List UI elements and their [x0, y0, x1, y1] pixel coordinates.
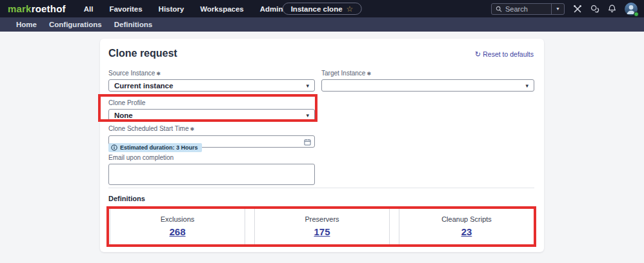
preservers-card: Preservers 175 [254, 208, 390, 245]
nav-item-all[interactable]: All [84, 5, 94, 13]
top-bar: markroethof All Favorites History Worksp… [0, 0, 644, 17]
info-icon [111, 144, 117, 151]
subnav-item-definitions[interactable]: Definitions [114, 21, 152, 28]
nav-item-history[interactable]: History [159, 5, 185, 13]
nav-item-admin[interactable]: Admin [260, 5, 283, 13]
caret-down-icon: ▾ [306, 83, 309, 89]
exclusions-card: Exclusions 268 [110, 208, 245, 245]
email-field: Email upon completion [108, 154, 315, 188]
start-time-label: Clone Scheduled Start Time✱ [108, 125, 315, 132]
target-instance-select[interactable]: ▾ [321, 79, 534, 92]
source-instance-value: Current instance [114, 82, 306, 90]
chat-icon[interactable] [590, 5, 599, 14]
search-box: ▼ [491, 3, 565, 15]
instance-clone-pill[interactable]: Instance clone ☆ [283, 3, 362, 15]
preservers-count-link[interactable]: 175 [314, 226, 330, 237]
favorite-star-icon[interactable]: ☆ [347, 5, 354, 13]
target-instance-label: Target Instance✱ [321, 70, 534, 77]
source-instance-field: Source Instance✱ Current instance ▾ [108, 70, 315, 92]
caret-down-icon: ▼ [556, 6, 560, 11]
preservers-label: Preservers [305, 215, 339, 223]
page-title: Clone request [108, 48, 177, 59]
required-marker-icon: ✱ [156, 71, 161, 77]
cleanup-scripts-count-link[interactable]: 23 [461, 226, 472, 237]
exclusions-label: Exclusions [161, 215, 195, 223]
source-instance-select[interactable]: Current instance ▾ [108, 79, 315, 92]
nav-item-favorites[interactable]: Favorites [109, 5, 142, 13]
definitions-title: Definitions [108, 195, 145, 202]
email-label: Email upon completion [108, 154, 315, 161]
content-area: Clone request ↻ Reset to defaults Source… [0, 39, 644, 263]
reset-label: Reset to defaults [483, 50, 534, 58]
clone-request-card: Clone request ↻ Reset to defaults Source… [100, 39, 544, 252]
pill-label: Instance clone [291, 5, 343, 13]
logo-white-part: roethof [32, 3, 66, 14]
cleanup-scripts-label: Cleanup Scripts [441, 215, 492, 223]
refresh-icon: ↻ [475, 51, 481, 58]
brand-logo[interactable]: markroethof [8, 3, 66, 14]
sub-nav: Home Configurations Definitions [0, 17, 644, 32]
reset-to-defaults-link[interactable]: ↻ Reset to defaults [475, 50, 534, 58]
estimated-duration-badge: Estimated duration: 3 Hours [108, 143, 202, 152]
top-nav: All Favorites History Workspaces Admin [84, 5, 283, 13]
search-input[interactable] [505, 5, 544, 13]
section-divider [108, 188, 534, 188]
clone-profile-value: None [114, 112, 306, 119]
search-scope-dropdown[interactable]: ▼ [551, 4, 564, 14]
tools-icon[interactable] [573, 5, 582, 14]
nav-item-workspaces[interactable]: Workspaces [200, 5, 244, 13]
caret-down-icon: ▾ [306, 112, 309, 119]
calendar-icon[interactable] [304, 137, 311, 148]
subnav-item-home[interactable]: Home [16, 21, 37, 28]
clone-profile-select[interactable]: None ▾ [108, 109, 315, 121]
required-marker-icon: ✱ [190, 126, 195, 132]
definitions-cards-row: Exclusions 268 Preservers 175 Cleanup Sc… [110, 208, 534, 245]
cleanup-scripts-card: Cleanup Scripts 23 [399, 208, 534, 245]
clone-profile-label: Clone Profile [108, 99, 315, 106]
subnav-item-configurations[interactable]: Configurations [49, 21, 102, 28]
estimated-duration-text: Estimated duration: 3 Hours [120, 144, 198, 151]
email-input[interactable] [108, 164, 315, 185]
caret-down-icon: ▾ [525, 83, 528, 89]
target-instance-field: Target Instance✱ ▾ [321, 70, 534, 92]
source-instance-label: Source Instance✱ [108, 70, 315, 77]
logo-green-part: mark [8, 3, 32, 14]
search-field-area [492, 4, 551, 14]
search-icon [496, 6, 502, 12]
required-marker-icon: ✱ [367, 71, 371, 77]
presence-status-dot [634, 12, 639, 17]
clone-profile-field: Clone Profile None ▾ [108, 99, 315, 121]
user-avatar[interactable] [625, 3, 638, 15]
bell-icon[interactable] [608, 5, 616, 13]
topbar-right-cluster: ▼ [491, 3, 638, 15]
exclusions-count-link[interactable]: 268 [169, 226, 185, 237]
